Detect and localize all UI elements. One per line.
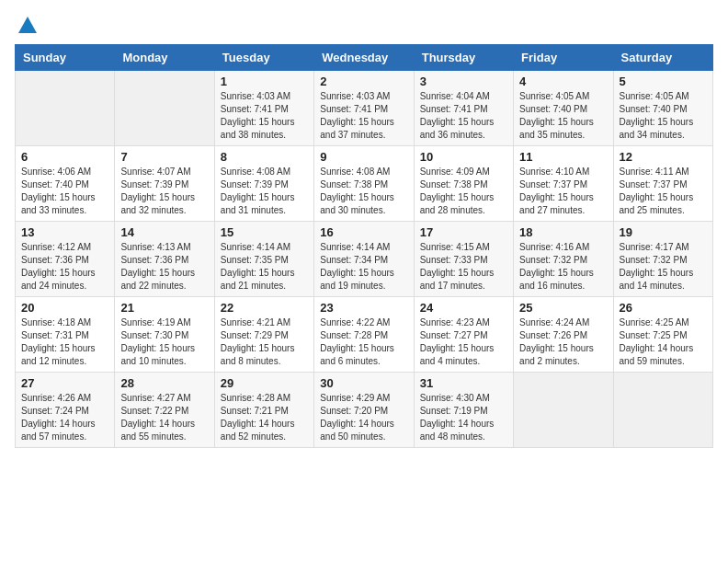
- day-info: Sunrise: 4:14 AM Sunset: 7:35 PM Dayligh…: [221, 241, 308, 293]
- weekday-header: Wednesday: [314, 45, 414, 71]
- calendar-cell: 28Sunrise: 4:27 AM Sunset: 7:22 PM Dayli…: [115, 373, 214, 448]
- svg-marker-0: [18, 17, 37, 33]
- day-number: 14: [120, 225, 208, 239]
- day-number: 20: [21, 301, 108, 315]
- day-number: 13: [21, 225, 108, 239]
- day-number: 11: [519, 150, 607, 164]
- day-info: Sunrise: 4:21 AM Sunset: 7:29 PM Dayligh…: [221, 316, 308, 368]
- day-info: Sunrise: 4:05 AM Sunset: 7:40 PM Dayligh…: [519, 90, 607, 142]
- calendar-cell: 10Sunrise: 4:09 AM Sunset: 7:38 PM Dayli…: [414, 146, 513, 222]
- calendar-cell: 12Sunrise: 4:11 AM Sunset: 7:37 PM Dayli…: [613, 146, 712, 222]
- calendar-cell: 18Sunrise: 4:16 AM Sunset: 7:32 PM Dayli…: [514, 222, 613, 297]
- day-number: 5: [620, 75, 707, 88]
- day-info: Sunrise: 4:11 AM Sunset: 7:37 PM Dayligh…: [620, 166, 707, 217]
- day-number: 27: [21, 376, 108, 390]
- day-number: 21: [120, 301, 208, 315]
- day-number: 10: [420, 150, 507, 164]
- day-number: 29: [221, 376, 308, 390]
- calendar-cell: 4Sunrise: 4:05 AM Sunset: 7:40 PM Daylig…: [514, 71, 613, 146]
- day-number: 30: [320, 376, 407, 390]
- calendar-cell: 25Sunrise: 4:24 AM Sunset: 7:26 PM Dayli…: [514, 297, 613, 373]
- weekday-header: Tuesday: [214, 45, 313, 71]
- day-number: 8: [221, 150, 308, 164]
- calendar-cell: 7Sunrise: 4:07 AM Sunset: 7:39 PM Daylig…: [115, 146, 214, 222]
- day-number: 16: [320, 225, 407, 239]
- day-info: Sunrise: 4:24 AM Sunset: 7:26 PM Dayligh…: [519, 316, 607, 368]
- weekday-header: Friday: [514, 45, 613, 71]
- calendar-cell: 31Sunrise: 4:30 AM Sunset: 7:19 PM Dayli…: [414, 373, 513, 448]
- day-info: Sunrise: 4:16 AM Sunset: 7:32 PM Dayligh…: [519, 241, 607, 293]
- day-info: Sunrise: 4:07 AM Sunset: 7:39 PM Dayligh…: [120, 166, 208, 217]
- day-info: Sunrise: 4:03 AM Sunset: 7:41 PM Dayligh…: [221, 90, 308, 142]
- day-info: Sunrise: 4:19 AM Sunset: 7:30 PM Dayligh…: [120, 316, 208, 368]
- day-info: Sunrise: 4:13 AM Sunset: 7:36 PM Dayligh…: [120, 241, 208, 293]
- day-info: Sunrise: 4:14 AM Sunset: 7:34 PM Dayligh…: [320, 241, 407, 293]
- calendar-cell: 21Sunrise: 4:19 AM Sunset: 7:30 PM Dayli…: [115, 297, 214, 373]
- day-info: Sunrise: 4:03 AM Sunset: 7:41 PM Dayligh…: [320, 90, 407, 142]
- day-number: 31: [420, 376, 507, 390]
- day-number: 7: [120, 150, 208, 164]
- calendar-week-row: 13Sunrise: 4:12 AM Sunset: 7:36 PM Dayli…: [16, 222, 713, 297]
- calendar-cell: [514, 373, 613, 448]
- day-info: Sunrise: 4:05 AM Sunset: 7:40 PM Dayligh…: [620, 90, 707, 142]
- calendar-cell: 1Sunrise: 4:03 AM Sunset: 7:41 PM Daylig…: [214, 71, 313, 146]
- calendar-header-row: SundayMondayTuesdayWednesdayThursdayFrid…: [16, 45, 713, 71]
- weekday-header: Thursday: [414, 45, 513, 71]
- day-info: Sunrise: 4:08 AM Sunset: 7:39 PM Dayligh…: [221, 166, 308, 217]
- calendar-cell: [115, 71, 214, 146]
- day-number: 23: [320, 301, 407, 315]
- day-info: Sunrise: 4:30 AM Sunset: 7:19 PM Dayligh…: [420, 392, 507, 443]
- day-info: Sunrise: 4:25 AM Sunset: 7:25 PM Dayligh…: [620, 316, 707, 368]
- page-header: [15, 15, 713, 33]
- day-number: 19: [620, 225, 707, 239]
- calendar-cell: 20Sunrise: 4:18 AM Sunset: 7:31 PM Dayli…: [16, 297, 115, 373]
- day-info: Sunrise: 4:12 AM Sunset: 7:36 PM Dayligh…: [21, 241, 108, 293]
- day-number: 4: [519, 75, 607, 88]
- calendar-cell: 11Sunrise: 4:10 AM Sunset: 7:37 PM Dayli…: [514, 146, 613, 222]
- weekday-header: Saturday: [613, 45, 712, 71]
- day-info: Sunrise: 4:06 AM Sunset: 7:40 PM Dayligh…: [21, 166, 108, 217]
- calendar-week-row: 27Sunrise: 4:26 AM Sunset: 7:24 PM Dayli…: [16, 373, 713, 448]
- day-info: Sunrise: 4:28 AM Sunset: 7:21 PM Dayligh…: [221, 392, 308, 443]
- day-number: 3: [420, 75, 507, 88]
- calendar-cell: 23Sunrise: 4:22 AM Sunset: 7:28 PM Dayli…: [314, 297, 414, 373]
- day-info: Sunrise: 4:09 AM Sunset: 7:38 PM Dayligh…: [420, 166, 507, 217]
- calendar-cell: 3Sunrise: 4:04 AM Sunset: 7:41 PM Daylig…: [414, 71, 513, 146]
- calendar-cell: 14Sunrise: 4:13 AM Sunset: 7:36 PM Dayli…: [115, 222, 214, 297]
- calendar-cell: 9Sunrise: 4:08 AM Sunset: 7:38 PM Daylig…: [314, 146, 414, 222]
- day-info: Sunrise: 4:23 AM Sunset: 7:27 PM Dayligh…: [420, 316, 507, 368]
- calendar-cell: 6Sunrise: 4:06 AM Sunset: 7:40 PM Daylig…: [16, 146, 115, 222]
- calendar-cell: 26Sunrise: 4:25 AM Sunset: 7:25 PM Dayli…: [613, 297, 712, 373]
- day-number: 2: [320, 75, 407, 88]
- calendar-cell: 16Sunrise: 4:14 AM Sunset: 7:34 PM Dayli…: [314, 222, 414, 297]
- logo: [15, 15, 37, 33]
- calendar-week-row: 6Sunrise: 4:06 AM Sunset: 7:40 PM Daylig…: [16, 146, 713, 222]
- calendar-cell: 13Sunrise: 4:12 AM Sunset: 7:36 PM Dayli…: [16, 222, 115, 297]
- day-info: Sunrise: 4:04 AM Sunset: 7:41 PM Dayligh…: [420, 90, 507, 142]
- day-info: Sunrise: 4:08 AM Sunset: 7:38 PM Dayligh…: [320, 166, 407, 217]
- logo-triangle-icon: [18, 17, 37, 33]
- day-number: 25: [519, 301, 607, 315]
- calendar-table: SundayMondayTuesdayWednesdayThursdayFrid…: [15, 44, 713, 448]
- calendar-cell: 15Sunrise: 4:14 AM Sunset: 7:35 PM Dayli…: [214, 222, 313, 297]
- calendar-cell: 5Sunrise: 4:05 AM Sunset: 7:40 PM Daylig…: [613, 71, 712, 146]
- calendar-cell: 29Sunrise: 4:28 AM Sunset: 7:21 PM Dayli…: [214, 373, 313, 448]
- calendar-cell: 2Sunrise: 4:03 AM Sunset: 7:41 PM Daylig…: [314, 71, 414, 146]
- day-info: Sunrise: 4:22 AM Sunset: 7:28 PM Dayligh…: [320, 316, 407, 368]
- day-number: 26: [620, 301, 707, 315]
- day-number: 9: [320, 150, 407, 164]
- calendar-week-row: 20Sunrise: 4:18 AM Sunset: 7:31 PM Dayli…: [16, 297, 713, 373]
- calendar-cell: [613, 373, 712, 448]
- day-info: Sunrise: 4:17 AM Sunset: 7:32 PM Dayligh…: [620, 241, 707, 293]
- day-info: Sunrise: 4:27 AM Sunset: 7:22 PM Dayligh…: [120, 392, 208, 443]
- calendar-cell: 22Sunrise: 4:21 AM Sunset: 7:29 PM Dayli…: [214, 297, 313, 373]
- calendar-cell: 30Sunrise: 4:29 AM Sunset: 7:20 PM Dayli…: [314, 373, 414, 448]
- day-number: 17: [420, 225, 507, 239]
- calendar-cell: 17Sunrise: 4:15 AM Sunset: 7:33 PM Dayli…: [414, 222, 513, 297]
- calendar-cell: 8Sunrise: 4:08 AM Sunset: 7:39 PM Daylig…: [214, 146, 313, 222]
- calendar-cell: 19Sunrise: 4:17 AM Sunset: 7:32 PM Dayli…: [613, 222, 712, 297]
- calendar-cell: 27Sunrise: 4:26 AM Sunset: 7:24 PM Dayli…: [16, 373, 115, 448]
- day-info: Sunrise: 4:26 AM Sunset: 7:24 PM Dayligh…: [21, 392, 108, 443]
- day-number: 1: [221, 75, 308, 88]
- day-number: 15: [221, 225, 308, 239]
